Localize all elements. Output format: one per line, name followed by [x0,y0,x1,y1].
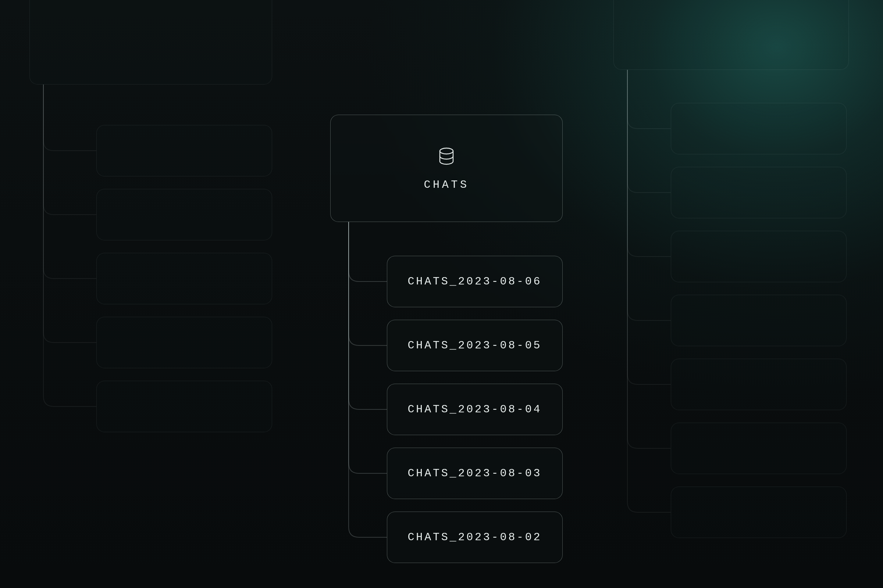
database-icon [436,146,457,168]
ghost-parent-right [614,0,849,70]
child-node-label: CHATS_2023-08-05 [408,339,542,352]
ghost-child-right-6 [671,487,847,538]
ghost-child-right-1 [671,167,847,218]
ghost-parent-left [29,0,272,84]
child-node-2[interactable]: CHATS_2023-08-04 [387,384,563,435]
child-node-label: CHATS_2023-08-02 [408,531,542,543]
ghost-child-left-4 [96,381,272,432]
child-node-3[interactable]: CHATS_2023-08-03 [387,448,563,499]
ghost-child-left-1 [96,189,272,240]
ghost-child-right-3 [671,295,847,346]
child-node-label: CHATS_2023-08-06 [408,275,542,288]
ghost-child-right-2 [671,231,847,282]
parent-node-label: CHATS [424,178,469,191]
child-node-4[interactable]: CHATS_2023-08-02 [387,512,563,563]
child-node-1[interactable]: CHATS_2023-08-05 [387,320,563,371]
ghost-child-right-5 [671,423,847,474]
parent-node-chats[interactable]: CHATS [330,115,563,222]
ghost-child-right-4 [671,358,847,410]
child-node-label: CHATS_2023-08-04 [408,403,542,416]
ghost-child-left-2 [96,253,272,304]
child-node-label: CHATS_2023-08-03 [408,467,542,480]
child-node-0[interactable]: CHATS_2023-08-06 [387,256,563,307]
ghost-child-right-0 [671,103,847,154]
ghost-child-left-0 [96,125,272,176]
svg-point-0 [440,148,453,154]
ghost-child-left-3 [96,317,272,368]
